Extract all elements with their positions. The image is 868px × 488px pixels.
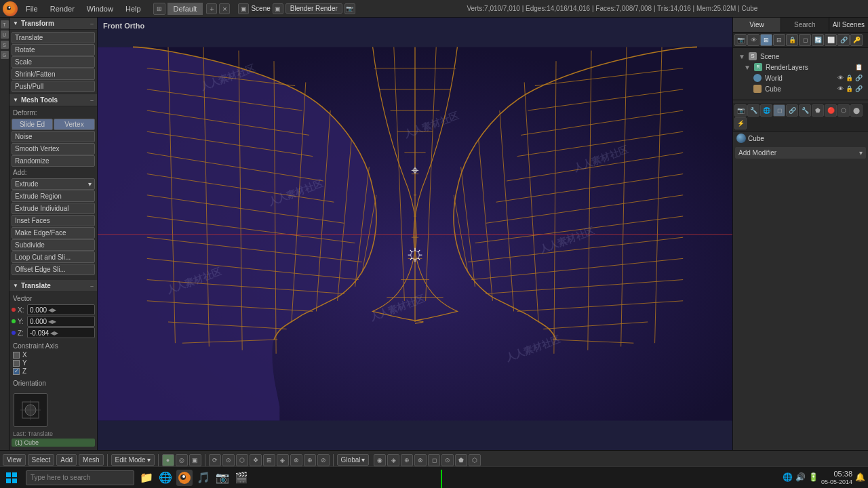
translate-button[interactable]: Translate	[12, 32, 95, 43]
scene-item[interactable]: ▼ S Scene	[736, 51, 865, 62]
rp-anim-icon[interactable]: 🔄	[812, 34, 824, 46]
playhead[interactable]	[441, 470, 442, 488]
add-modifier-button[interactable]: Add Modifier ▾	[735, 147, 866, 159]
axis-y-checkbox[interactable]	[13, 360, 20, 367]
x-value-field[interactable]: 0.000 ◀▶	[27, 304, 95, 315]
y-value-field[interactable]: 0.000 ◀▶	[27, 316, 95, 327]
rp-camera-icon[interactable]: 📷	[734, 34, 747, 46]
screen-layout-icon[interactable]: ⊞	[153, 3, 165, 15]
extra-icon2[interactable]: ⊘	[317, 454, 330, 466]
prop-particle-icon[interactable]: ⬤	[850, 104, 863, 117]
menu-render[interactable]: Render	[46, 3, 79, 14]
rotate-button[interactable]: Rotate	[12, 44, 95, 56]
prop-constraint-icon[interactable]: 🔗	[786, 104, 798, 117]
taskbar-video-icon[interactable]: 🎬	[233, 470, 250, 486]
inset-faces-button[interactable]: Inset Faces	[12, 215, 95, 226]
battery-icon[interactable]: 🔋	[808, 472, 818, 482]
extrude-region-button[interactable]: Extrude Region	[12, 190, 95, 202]
slide-edge-button[interactable]: Slide Ed	[12, 119, 53, 130]
prop-edit-icon[interactable]: ❖	[250, 454, 262, 466]
prop-scene-icon[interactable]: 🔧	[747, 104, 760, 117]
make-edge-face-button[interactable]: Make Edge/Face	[12, 227, 95, 239]
game-icon5[interactable]: ◻	[428, 454, 440, 466]
tab-search[interactable]: Search	[781, 18, 829, 32]
game-icon8[interactable]: ⬡	[469, 454, 481, 466]
offset-edge-button[interactable]: Offset Edge Sli...	[12, 264, 95, 275]
prop-physics-icon[interactable]: ⚡	[734, 117, 747, 129]
start-button[interactable]	[3, 469, 20, 487]
add-menu-btn[interactable]: Add	[56, 454, 77, 466]
taskbar-search[interactable]: Type here to search	[26, 470, 134, 485]
mirror-icon[interactable]: ⊗	[290, 454, 302, 466]
render-icon[interactable]: 📷	[344, 3, 355, 14]
extrude-individual-button[interactable]: Extrude Individual	[12, 203, 95, 214]
region-icon[interactable]: ◈	[277, 454, 289, 466]
occlude-icon[interactable]: ⊞	[263, 454, 275, 466]
viewport[interactable]: Front Ortho 人人素材社区 人人素材社区 人人素材社区 人人素材社区 …	[98, 18, 732, 450]
loop-cut-button[interactable]: Loop Cut and Sli...	[12, 251, 95, 263]
push-pull-button[interactable]: Push/Pull	[12, 81, 95, 92]
prop-texture-icon[interactable]: ⬡	[837, 104, 850, 117]
volume-icon[interactable]: 🔊	[795, 472, 806, 482]
rp-lock-icon[interactable]: 🔒	[786, 34, 798, 46]
z-value-field[interactable]: -0.094 ◀▶	[27, 327, 95, 338]
solid-shading-icon[interactable]: ●	[162, 454, 174, 466]
icon-shading[interactable]: S	[1, 41, 9, 49]
prop-world-icon[interactable]: 🌐	[760, 104, 772, 117]
game-icon[interactable]: ◉	[374, 454, 386, 466]
axis-z-checkbox[interactable]: ✓	[13, 368, 20, 375]
global-dropdown[interactable]: Global▾	[337, 454, 370, 466]
icon-grease[interactable]: G	[1, 51, 9, 59]
add-workspace-button[interactable]: +	[206, 3, 217, 14]
smooth-vertex-button[interactable]: Smooth Vertex	[12, 143, 95, 155]
menu-file[interactable]: File	[22, 3, 42, 14]
noise-button[interactable]: Noise	[12, 131, 95, 142]
translate-section-header[interactable]: ▼ Translate –	[9, 280, 97, 292]
wire-shading-icon[interactable]: ◎	[176, 454, 188, 466]
workspace-tab[interactable]: Default	[167, 3, 203, 15]
pivot-icon2[interactable]: ⊙	[222, 454, 235, 466]
taskbar-media-icon[interactable]: 🎵	[195, 470, 212, 486]
rp-scene-icon[interactable]: ⊞	[760, 34, 772, 46]
taskbar-photo-icon[interactable]: 📷	[214, 470, 231, 486]
mesh-menu-btn[interactable]: Mesh	[79, 454, 103, 466]
randomize-button[interactable]: Randomize	[12, 155, 95, 167]
pivot-icon1[interactable]: ⟳	[209, 454, 221, 466]
close-workspace-button[interactable]: ×	[219, 3, 230, 14]
rp-extra1-icon[interactable]: ⬜	[825, 34, 837, 46]
prop-modifier-icon[interactable]: 🔧	[799, 104, 811, 117]
rp-view-icon[interactable]: 👁	[747, 34, 760, 46]
renderer-selector[interactable]: Blender Render	[285, 3, 342, 14]
scale-button[interactable]: Scale	[12, 56, 95, 68]
menu-window[interactable]: Window	[83, 3, 117, 14]
prop-material-icon[interactable]: 🔴	[825, 104, 837, 117]
scene-selector[interactable]: ▣ Scene ▣ Blender Render 📷	[238, 3, 355, 14]
render-layers-item[interactable]: ▼ R RenderLayers 📋	[736, 62, 865, 73]
network-icon[interactable]: 🌐	[783, 472, 793, 482]
game-icon2[interactable]: ◈	[387, 454, 399, 466]
taskbar-file-icon[interactable]: 📁	[138, 470, 155, 486]
rp-extra2-icon[interactable]: 🔗	[837, 34, 850, 46]
view-menu-btn[interactable]: View	[3, 454, 26, 466]
subdivide-button[interactable]: Subdivide	[12, 239, 95, 251]
game-icon7[interactable]: ⬟	[455, 454, 467, 466]
rp-extra3-icon[interactable]: 🔑	[850, 34, 863, 46]
tab-view[interactable]: View	[733, 18, 781, 32]
cube-outline-item[interactable]: Cube 👁 🔒 🔗	[736, 83, 865, 94]
mode-dropdown[interactable]: Edit Mode▾	[111, 454, 155, 466]
axis-x-checkbox[interactable]	[13, 352, 20, 359]
rp-mesh-icon[interactable]: ◻	[799, 34, 811, 46]
mesh-tools-section-header[interactable]: ▼ Mesh Tools –	[9, 94, 97, 106]
game-icon4[interactable]: ⊗	[414, 454, 427, 466]
transform-section-header[interactable]: ▼ Transform –	[9, 18, 97, 30]
select-menu-btn[interactable]: Select	[28, 454, 55, 466]
taskbar-browser-icon[interactable]: 🌐	[157, 470, 174, 486]
game-icon3[interactable]: ⊕	[401, 454, 413, 466]
view-button[interactable]: ▣	[273, 3, 283, 14]
snap-icon[interactable]: ⬡	[236, 454, 248, 466]
taskbar-blender-icon[interactable]	[176, 470, 193, 486]
prop-render-icon[interactable]: 📷	[734, 104, 747, 117]
prop-data-icon[interactable]: ⬟	[812, 104, 824, 117]
notification-icon[interactable]: 🔔	[855, 472, 865, 482]
rp-filter-icon[interactable]: ⊟	[773, 34, 785, 46]
